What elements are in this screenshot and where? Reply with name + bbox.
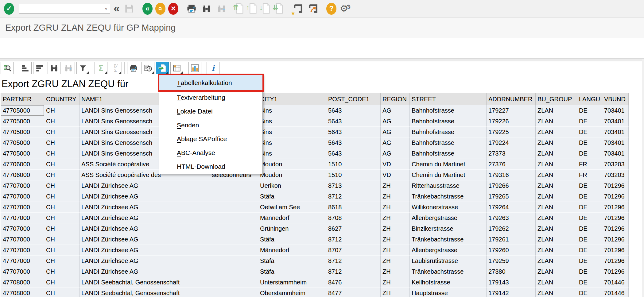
cell[interactable]: VD [381, 170, 410, 180]
cell[interactable]: CH [44, 105, 80, 116]
cell[interactable]: 8712 [326, 256, 381, 266]
cell[interactable]: 701296 [602, 266, 629, 277]
sum-button[interactable]: Σ [95, 62, 107, 74]
filter-button[interactable] [76, 62, 89, 74]
cell[interactable]: 47707000 [1, 223, 44, 234]
cell[interactable]: Männedorf [258, 245, 326, 256]
cell[interactable] [210, 245, 258, 256]
new-session-button[interactable]: ★ [292, 2, 304, 15]
cell[interactable]: 703203 [602, 170, 629, 180]
cell[interactable]: CH [44, 180, 80, 191]
cell[interactable]: LANDI Zürichsee AG [80, 180, 210, 191]
cell[interactable]: Bahnhofstrasse [410, 127, 487, 137]
cell[interactable]: Tränkebachstrasse [410, 266, 487, 277]
cell[interactable]: Stäfa [258, 256, 326, 266]
cell[interactable]: ZLAN [536, 202, 577, 213]
help-button[interactable]: ? [326, 3, 336, 15]
cell[interactable]: AG [381, 116, 410, 127]
cell[interactable]: CH [44, 245, 80, 256]
cell[interactable]: LANDI Zürichsee AG [80, 234, 210, 245]
cell[interactable]: 179226 [487, 116, 536, 127]
cell[interactable]: LANDI Zürichsee AG [80, 213, 210, 223]
cell[interactable]: DE [577, 105, 602, 116]
cell[interactable]: 8708 [326, 213, 381, 223]
cell[interactable]: ZLAN [536, 159, 577, 170]
column-header-langu[interactable]: LANGU [577, 93, 602, 105]
cell[interactable]: ZLAN [536, 256, 577, 266]
cell[interactable]: DE [577, 137, 602, 148]
cell[interactable]: DE [577, 148, 602, 159]
export-menu-item-textverarbeitung[interactable]: Textverarbeitung [159, 91, 262, 104]
cell[interactable]: 179264 [487, 202, 536, 213]
cell[interactable]: FR [577, 159, 602, 170]
cell[interactable]: 703401 [602, 148, 629, 159]
cell[interactable]: Sins [258, 137, 326, 148]
cell[interactable] [210, 223, 258, 234]
cell[interactable]: 5643 [326, 105, 381, 116]
cell[interactable]: 47707000 [1, 234, 44, 245]
cell[interactable]: Chemin du Martinet [410, 170, 487, 180]
cell[interactable]: ZH [381, 288, 410, 297]
info-button[interactable]: i [207, 62, 219, 74]
cell[interactable]: CH [44, 213, 80, 223]
cell[interactable]: 47705000 [1, 116, 44, 127]
cell[interactable]: 179225 [487, 127, 536, 137]
cell[interactable]: 8712 [326, 191, 381, 202]
last-page-button[interactable]: ⇊ [274, 2, 285, 15]
cell[interactable]: ZLAN [536, 191, 577, 202]
cell[interactable]: ZH [381, 180, 410, 191]
cell[interactable]: ZLAN [536, 127, 577, 137]
choose-layout-button[interactable] [170, 62, 183, 74]
cell[interactable]: Oetwil am See [258, 202, 326, 213]
cell[interactable]: ZLAN [536, 148, 577, 159]
enter-button[interactable]: ✓ [4, 3, 14, 15]
cell[interactable]: 701446 [602, 277, 629, 288]
cell[interactable]: Grüningen [258, 223, 326, 234]
cell[interactable]: 8618 [326, 202, 381, 213]
cell[interactable]: ZH [381, 256, 410, 266]
cell[interactable]: 1510 [326, 159, 381, 170]
cell[interactable]: DE [577, 234, 602, 245]
cell[interactable]: Bahnhofstrasse [410, 148, 487, 159]
export-button[interactable] [156, 62, 169, 74]
sort-ascending-button[interactable] [19, 62, 32, 74]
cell[interactable]: 47708000 [1, 288, 44, 297]
cell[interactable]: 8477 [326, 288, 381, 297]
cell[interactable]: 703401 [602, 105, 629, 116]
cell[interactable]: DE [577, 116, 602, 127]
cell[interactable]: Bahnhofstrasse [410, 105, 487, 116]
cell[interactable]: Tränkebachstrasse [410, 191, 487, 202]
cell[interactable]: ZLAN [536, 105, 577, 116]
cell[interactable]: 47706000 [1, 159, 44, 170]
sort-descending-button[interactable] [33, 62, 46, 74]
cell[interactable]: 47707000 [1, 180, 44, 191]
details-button[interactable] [1, 62, 14, 74]
cell[interactable]: Stäfa [258, 234, 326, 245]
cell[interactable] [210, 277, 258, 288]
cell[interactable]: VD [381, 159, 410, 170]
cell[interactable]: Laubisrütistrasse [410, 256, 487, 266]
column-header-addrnumber[interactable]: ADDRNUMBER [487, 93, 536, 105]
cell[interactable]: 47705000 [1, 148, 44, 159]
column-header-vbund[interactable]: VBUND [602, 93, 629, 105]
cell[interactable]: Sins [258, 105, 326, 116]
cell[interactable]: ZH [381, 213, 410, 223]
cell[interactable]: Uerikon [258, 180, 326, 191]
cell[interactable]: 47705000 [1, 137, 44, 148]
graphics-button[interactable] [188, 62, 201, 74]
cell[interactable]: AG [381, 105, 410, 116]
cell[interactable]: 701296 [602, 191, 629, 202]
cell[interactable]: ZH [381, 266, 410, 277]
cell[interactable]: DE [577, 202, 602, 213]
cell[interactable]: 5643 [326, 127, 381, 137]
cell[interactable]: Oberstammheim [258, 288, 326, 297]
cell[interactable]: LANDI Zürichsee AG [80, 191, 210, 202]
cell[interactable]: AG [381, 127, 410, 137]
cell[interactable]: CH [44, 116, 80, 127]
cell[interactable]: DE [577, 213, 602, 223]
save-button[interactable] [123, 2, 135, 15]
cell[interactable]: 8712 [326, 266, 381, 277]
cell[interactable]: 701296 [602, 256, 629, 266]
views-button[interactable] [142, 62, 154, 74]
back-button[interactable]: « [142, 3, 153, 15]
